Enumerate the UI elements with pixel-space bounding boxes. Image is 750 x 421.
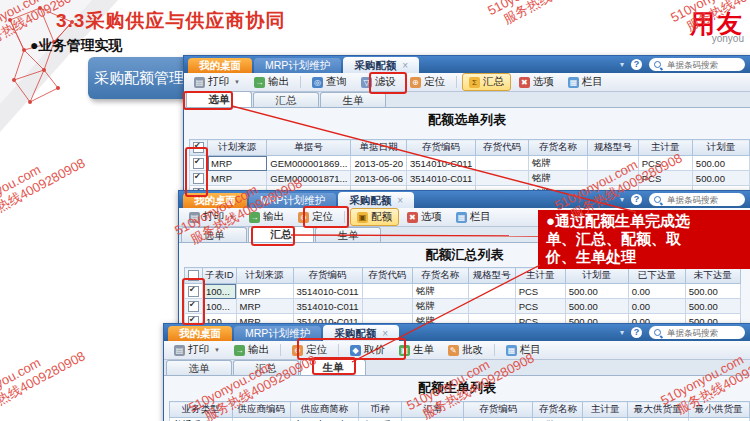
chevron-down-icon[interactable]: ▾ xyxy=(620,328,624,337)
column-header[interactable]: 计划量 xyxy=(565,268,628,284)
quota-button[interactable]: ▣配额 xyxy=(350,208,399,226)
print-button[interactable]: ▤打印▼ xyxy=(168,342,226,358)
help-icon[interactable]: ? xyxy=(631,327,642,338)
row-checkbox[interactable] xyxy=(193,173,204,184)
export-button[interactable]: →输出 xyxy=(228,342,275,358)
column-header[interactable]: 存货编码 xyxy=(407,140,476,156)
help-icon[interactable]: ? xyxy=(631,194,642,205)
print-dropdown-caret[interactable]: ▼ xyxy=(234,79,240,85)
column-header[interactable]: 供应商简称 xyxy=(290,402,359,418)
table-row[interactable]: MRPGEM000001869... 2013-05-203514010-C01… xyxy=(190,156,750,171)
print-button[interactable]: ▤打印▼ xyxy=(183,209,241,225)
tab-mrp-plan[interactable]: MRP计划维护 xyxy=(249,193,336,208)
column-header[interactable]: 业务类型 xyxy=(170,402,233,418)
barcode-search-box[interactable] xyxy=(649,326,745,339)
column-header[interactable]: 汇率 xyxy=(402,402,464,418)
subtab-pick[interactable]: 选单 xyxy=(186,91,252,107)
columns-button[interactable]: ▦栏目 xyxy=(450,209,497,225)
chevron-down-icon[interactable]: ▾ xyxy=(620,195,624,204)
make-bill-button[interactable]: ▣生单 xyxy=(393,342,440,358)
query-button[interactable]: ◎查询 xyxy=(306,74,353,90)
table-row[interactable]: 普通采购10008 东风(十堰)底...人民币 1.00000000351401… xyxy=(170,418,750,421)
options-button[interactable]: ✖选项 xyxy=(401,209,448,225)
close-icon[interactable]: × xyxy=(402,60,408,71)
search-input[interactable] xyxy=(665,59,733,71)
subtab-make[interactable]: 生单 xyxy=(315,227,381,242)
column-header[interactable]: 主计量 xyxy=(638,140,692,156)
column-header[interactable]: 规格型号 xyxy=(588,140,639,156)
export-button[interactable]: →输出 xyxy=(243,209,290,225)
slide: 3.3采购供应与供应商协同 ●业务管理实现 采购配额管理 用友 yonyou 我… xyxy=(0,0,750,421)
column-header[interactable]: 存货名称 xyxy=(528,140,587,156)
tab-my-desktop[interactable]: 我的桌面 xyxy=(168,326,232,341)
select-all-checkbox[interactable] xyxy=(188,270,199,281)
column-header[interactable]: 存货编码 xyxy=(293,268,362,284)
search-input[interactable] xyxy=(665,194,733,206)
columns-button[interactable]: ▦栏目 xyxy=(500,342,547,358)
select-all-checkbox[interactable] xyxy=(193,142,204,153)
filter-button[interactable]: ▽滤设 xyxy=(355,74,402,90)
locate-button[interactable]: ⊕定位 xyxy=(292,209,339,225)
locate-button[interactable]: ⊕定位 xyxy=(404,74,451,90)
subtab-make[interactable]: 生单 xyxy=(320,92,386,107)
column-header[interactable]: 存货编码 xyxy=(464,402,533,418)
column-header[interactable]: 规格型号 xyxy=(468,268,515,284)
column-header[interactable]: 单据日期 xyxy=(351,140,407,156)
print-button[interactable]: ▤打印▼ xyxy=(188,74,246,90)
summary-button[interactable]: Σ汇总 xyxy=(462,73,511,91)
close-icon[interactable]: × xyxy=(397,195,403,206)
table-row[interactable]: 100...MRP 3514010-C011 铭牌 PCS500.00 0.00… xyxy=(185,284,741,299)
subtab-summary[interactable]: 汇总 xyxy=(233,360,299,375)
subtab-make[interactable]: 生单 xyxy=(300,359,366,375)
barcode-search-box[interactable] xyxy=(649,193,745,206)
column-header[interactable]: 单据号 xyxy=(267,140,351,156)
export-button[interactable]: →输出 xyxy=(248,74,295,90)
help-icon[interactable]: ? xyxy=(631,59,642,70)
column-header[interactable]: 子表ID xyxy=(203,268,237,284)
print-dropdown-caret[interactable]: ▼ xyxy=(214,347,220,353)
subtab-summary[interactable]: 汇总 xyxy=(253,92,319,107)
column-header[interactable]: 最大供货量 xyxy=(627,402,688,418)
column-header[interactable]: 最小供货量 xyxy=(688,402,749,418)
options-button[interactable]: ✖选项 xyxy=(513,74,560,90)
subtab-pick[interactable]: 选单 xyxy=(181,227,247,242)
chevron-down-icon[interactable]: ▾ xyxy=(620,60,624,69)
tab-purchase-quota[interactable]: 采购配额× xyxy=(338,192,414,208)
column-header[interactable]: 存货代码 xyxy=(362,268,412,284)
row-checkbox[interactable] xyxy=(193,158,204,169)
table-row[interactable]: MRPGEM000001871... 2013-06-063514010-C01… xyxy=(190,171,750,186)
tab-my-desktop[interactable]: 我的桌面 xyxy=(183,193,247,208)
columns-button[interactable]: ▦栏目 xyxy=(562,74,609,90)
tab-purchase-quota[interactable]: 采购配额× xyxy=(323,325,399,341)
tab-mrp-plan[interactable]: MRP计划维护 xyxy=(254,58,341,73)
close-icon[interactable]: × xyxy=(382,328,388,339)
tab-label: 采购配额 xyxy=(334,327,376,339)
tab-my-desktop[interactable]: 我的桌面 xyxy=(188,58,252,73)
modify-button[interactable]: ✎批改 xyxy=(442,342,489,358)
barcode-search-box[interactable] xyxy=(649,58,745,71)
column-header[interactable]: 主计量 xyxy=(583,402,627,418)
column-header[interactable]: 未下达量 xyxy=(685,268,740,284)
column-header[interactable]: 已下达量 xyxy=(628,268,685,284)
row-checkbox[interactable] xyxy=(188,286,199,297)
options-icon: ✖ xyxy=(519,77,530,88)
price-button[interactable]: ◆取价 xyxy=(344,342,391,358)
column-header[interactable]: 存货代码 xyxy=(476,140,529,156)
column-header[interactable]: 主计量 xyxy=(515,268,565,284)
subtab-summary[interactable]: 汇总 xyxy=(248,226,314,242)
column-header[interactable]: 计划来源 xyxy=(208,140,267,156)
column-header[interactable]: 计划来源 xyxy=(236,268,293,284)
print-dropdown-caret[interactable]: ▼ xyxy=(229,214,235,220)
search-input[interactable] xyxy=(665,327,733,339)
row-checkbox[interactable] xyxy=(188,301,199,312)
subtab-pick[interactable]: 选单 xyxy=(166,360,232,375)
column-header[interactable]: 供应商编码 xyxy=(232,402,290,418)
column-header[interactable]: 计划量 xyxy=(692,140,749,156)
column-header[interactable]: 存货名称 xyxy=(533,402,583,418)
tab-purchase-quota[interactable]: 采购配额× xyxy=(343,57,419,73)
tab-mrp-plan[interactable]: MRP计划维护 xyxy=(234,326,321,341)
column-header[interactable]: 币种 xyxy=(359,402,402,418)
column-header[interactable]: 存货名称 xyxy=(412,268,468,284)
table-row[interactable]: 100...MRP 3514010-C011 铭牌 PCS500.00 0.00… xyxy=(185,299,741,314)
locate-button[interactable]: ⊕定位 xyxy=(286,342,333,358)
